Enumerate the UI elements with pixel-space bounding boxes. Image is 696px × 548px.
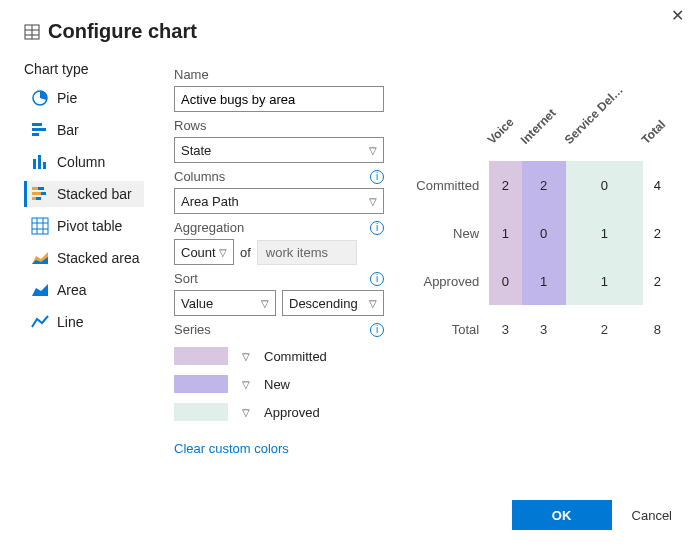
svg-rect-14 — [41, 192, 46, 195]
chevron-down-icon[interactable]: ▽ — [242, 407, 250, 418]
row-label: Committed — [414, 161, 489, 209]
svg-rect-8 — [33, 159, 36, 169]
chevron-down-icon[interactable]: ▽ — [242, 379, 250, 390]
svg-rect-17 — [32, 218, 48, 234]
chart-type-stacked-bar[interactable]: Stacked bar — [24, 181, 144, 207]
chevron-down-icon[interactable]: ▽ — [242, 351, 250, 362]
info-icon[interactable]: i — [370, 272, 384, 286]
svg-rect-16 — [36, 197, 41, 200]
chart-type-label-text: Bar — [57, 122, 79, 138]
sort-by-select[interactable]: Value ▽ — [174, 290, 276, 316]
chevron-down-icon: ▽ — [261, 298, 269, 309]
sort-dir-select[interactable]: Descending ▽ — [282, 290, 384, 316]
info-icon[interactable]: i — [370, 170, 384, 184]
row-label: New — [414, 209, 489, 257]
grid-icon — [24, 24, 40, 40]
columns-value: Area Path — [181, 194, 239, 209]
cancel-button[interactable]: Cancel — [632, 508, 672, 523]
chevron-down-icon: ▽ — [369, 298, 377, 309]
dialog-title: Configure chart — [48, 20, 197, 43]
chart-type-pivot-table[interactable]: Pivot table — [24, 213, 144, 239]
bar-icon — [31, 121, 49, 139]
rows-label: Rows — [174, 118, 207, 133]
table-cell: 2 — [643, 209, 672, 257]
chart-type-label: Chart type — [24, 61, 144, 77]
chart-type-label-text: Line — [57, 314, 83, 330]
table-cell: 2 — [643, 257, 672, 305]
chart-type-bar[interactable]: Bar — [24, 117, 144, 143]
column-header: Total — [643, 101, 672, 161]
sort-label: Sort — [174, 271, 198, 286]
chart-type-label-text: Pie — [57, 90, 77, 106]
chevron-down-icon: ▽ — [369, 145, 377, 156]
dialog-footer: OK Cancel — [512, 500, 672, 530]
pivot-table-icon — [31, 217, 49, 235]
table-cell: 0 — [522, 209, 566, 257]
sort-dir-value: Descending — [289, 296, 358, 311]
chart-type-stacked-area[interactable]: Stacked area — [24, 245, 144, 271]
svg-rect-5 — [32, 123, 42, 126]
chart-type-label-text: Stacked bar — [57, 186, 132, 202]
svg-rect-10 — [43, 162, 46, 169]
close-icon[interactable]: ✕ — [671, 6, 684, 25]
chart-type-label-text: Stacked area — [57, 250, 140, 266]
area-icon — [31, 281, 49, 299]
table-cell: 2 — [489, 161, 521, 209]
chart-type-panel: Chart type Pie Bar Column — [24, 61, 144, 456]
series-color-swatch[interactable] — [174, 347, 228, 365]
series-label: Series — [174, 322, 211, 337]
info-icon[interactable]: i — [370, 323, 384, 337]
svg-rect-15 — [32, 197, 36, 200]
aggregation-select[interactable]: Count ▽ — [174, 239, 234, 265]
clear-custom-colors-link[interactable]: Clear custom colors — [174, 441, 289, 456]
table-cell: 0 — [489, 257, 521, 305]
table-row: Total3328 — [414, 305, 672, 353]
svg-rect-7 — [32, 133, 39, 136]
column-header: Internet — [522, 101, 566, 161]
sort-by-value: Value — [181, 296, 213, 311]
series-label: Approved — [264, 405, 320, 420]
chart-type-area[interactable]: Area — [24, 277, 144, 303]
stacked-bar-icon — [31, 185, 49, 203]
table-cell: 8 — [643, 305, 672, 353]
svg-rect-9 — [38, 155, 41, 169]
chart-name-input[interactable] — [174, 86, 384, 112]
info-icon[interactable]: i — [370, 221, 384, 235]
series-label: New — [264, 377, 290, 392]
table-cell: 2 — [566, 305, 643, 353]
table-row: Committed2204 — [414, 161, 672, 209]
series-label: Committed — [264, 349, 327, 364]
rows-select[interactable]: State ▽ — [174, 137, 384, 163]
table-cell: 1 — [489, 209, 521, 257]
chart-type-column[interactable]: Column — [24, 149, 144, 175]
svg-rect-13 — [32, 192, 41, 195]
rows-value: State — [181, 143, 211, 158]
stacked-area-icon — [31, 249, 49, 267]
series-row: ▽Approved — [174, 403, 384, 421]
chart-type-label-text: Area — [57, 282, 87, 298]
dialog-header: Configure chart — [24, 20, 672, 43]
column-header: Service Del… — [566, 101, 643, 161]
table-cell: 4 — [643, 161, 672, 209]
columns-label: Columns — [174, 169, 225, 184]
chart-type-line[interactable]: Line — [24, 309, 144, 335]
columns-select[interactable]: Area Path ▽ — [174, 188, 384, 214]
series-color-swatch[interactable] — [174, 403, 228, 421]
chart-type-pie[interactable]: Pie — [24, 85, 144, 111]
table-cell: 3 — [489, 305, 521, 353]
chart-type-label-text: Pivot table — [57, 218, 122, 234]
series-row: ▽Committed — [174, 347, 384, 365]
aggregation-value: Count — [181, 245, 216, 260]
line-icon — [31, 313, 49, 331]
ok-button[interactable]: OK — [512, 500, 612, 530]
chart-preview: VoiceInternetService Del…Total Committed… — [414, 61, 672, 456]
svg-rect-12 — [38, 187, 44, 190]
chevron-down-icon: ▽ — [219, 247, 227, 258]
table-row: New1012 — [414, 209, 672, 257]
column-icon — [31, 153, 49, 171]
row-label: Approved — [414, 257, 489, 305]
series-row: ▽New — [174, 375, 384, 393]
table-cell: 1 — [566, 209, 643, 257]
series-color-swatch[interactable] — [174, 375, 228, 393]
table-cell: 1 — [566, 257, 643, 305]
